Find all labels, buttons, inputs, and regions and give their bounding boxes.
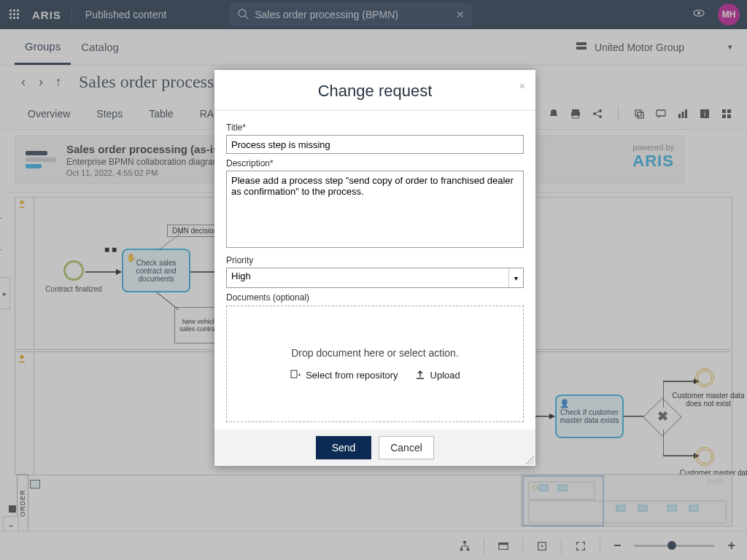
svg-rect-66 [291, 370, 297, 378]
select-from-repository-button[interactable]: Select from repository [290, 369, 398, 381]
priority-value: High [231, 271, 251, 281]
upload-icon [414, 369, 426, 381]
chevron-down-icon: ▾ [508, 268, 523, 287]
priority-select[interactable]: High ▾ [226, 268, 524, 288]
change-request-modal: Change request × Title* Description* Pri… [214, 70, 535, 466]
documents-field-label: Documents (optional) [226, 292, 524, 303]
repository-icon [290, 369, 301, 381]
description-textarea[interactable] [226, 171, 524, 248]
upload-button[interactable]: Upload [414, 369, 460, 381]
description-field-label: Description* [226, 158, 524, 168]
send-button[interactable]: Send [316, 436, 371, 459]
title-field-label: Title* [226, 122, 524, 133]
resize-handle-icon[interactable] [525, 456, 534, 464]
dropzone-text: Drop document here or select action. [291, 347, 459, 359]
priority-field-label: Priority [226, 255, 524, 265]
title-input[interactable] [226, 135, 524, 154]
modal-close-icon[interactable]: × [519, 80, 525, 92]
documents-dropzone[interactable]: Drop document here or select action. Sel… [226, 306, 524, 422]
cancel-button[interactable]: Cancel [379, 436, 434, 459]
modal-title: Change request [318, 82, 433, 100]
